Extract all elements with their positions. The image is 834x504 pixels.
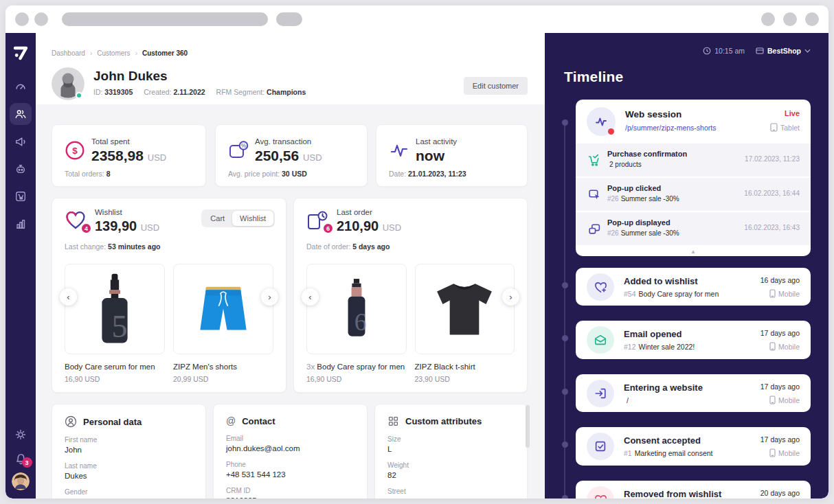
megaphone-icon [14, 135, 27, 148]
web-session-pulse-icon [587, 107, 616, 136]
sidebar-item-analytics[interactable] [10, 213, 32, 235]
breadcrumb-separator: › [135, 49, 137, 57]
url-bar-placeholder[interactable] [62, 12, 268, 26]
sidebar-item-settings[interactable] [10, 424, 32, 446]
svg-text:5: 5 [112, 309, 128, 344]
sidebar-item-campaigns[interactable] [10, 130, 32, 152]
main-content: Dashboard › Customers › Customer 360 Joh… [36, 33, 545, 499]
carousel-next-button[interactable]: › [261, 288, 278, 306]
envelope-open-icon [587, 326, 614, 354]
web-session-event-purchase[interactable]: Purchase confirmaton 2 products 17.02.20… [576, 144, 811, 178]
wishlist-product-1[interactable]: 5 Body Care serum for men 16,90 USD [65, 264, 165, 383]
breadcrumb-customer-360: Customer 360 [142, 49, 188, 57]
at-icon: @ [226, 415, 236, 426]
person-icon [65, 415, 77, 428]
toolbar-pill[interactable] [276, 12, 302, 26]
edit-customer-button[interactable]: Edit customer [464, 77, 528, 95]
window-control-dot[interactable] [15, 12, 29, 26]
customer-created: 2.11.2022 [173, 88, 205, 96]
event-added-to-wishlist[interactable]: Added to wishlist #54Body Care spray for… [576, 268, 811, 306]
wishlist-count-badge: 4 [80, 222, 92, 234]
event-consent-accepted[interactable]: Consent accepted #1Marketing email conse… [576, 427, 811, 466]
carousel-prev-button[interactable]: ‹ [302, 288, 319, 306]
field-last-name: Last nameDukes [65, 462, 193, 480]
breadcrumb-dashboard[interactable]: Dashboard [52, 49, 85, 57]
heart-remove-icon [587, 486, 614, 499]
total-spent-label: Total spent [91, 137, 130, 146]
field-phone: Phone+48 531 544 123 [226, 461, 354, 479]
bar-chart-icon [14, 218, 27, 230]
mobile-icon [769, 448, 776, 457]
breadcrumb-customers[interactable]: Customers [97, 49, 130, 57]
timeline-dot [562, 495, 568, 499]
order-product-2[interactable]: ZIPZ Black t-shirt 23,90 USD [415, 264, 515, 383]
last-order-card: 6 Last order 210,90 USD Date of order: 5… [293, 198, 528, 393]
product-image-serum: 5 [65, 264, 165, 354]
wishlist-value: 139,90 USD [95, 218, 159, 234]
browser-action-dot[interactable] [783, 12, 797, 26]
custom-attributes-card: Custom attributes SizeL Weight82 StreetG… [374, 404, 528, 499]
field-email: Emailjohn.dukes@aol.com [226, 435, 354, 453]
window-control-dot[interactable] [34, 12, 48, 26]
timeline-title: Timeline [564, 69, 623, 85]
browser-window-icon [756, 47, 764, 55]
clock-icon [703, 47, 711, 55]
users-icon [14, 108, 27, 120]
web-session-url[interactable]: /p/summer/zipz-mens-shorts [625, 124, 716, 132]
customer-header: Dashboard › Customers › Customer 360 Joh… [36, 33, 545, 104]
timeline-panel: 10:15 am BestShop Timeline Web session /… [545, 33, 829, 499]
last-order-date: Date of order: 5 days ago [306, 242, 390, 251]
timeline-dot [562, 389, 568, 395]
sidebar-item-automation[interactable] [10, 158, 32, 180]
shop-selector[interactable]: BestShop [767, 47, 801, 55]
user-avatar[interactable] [12, 472, 30, 490]
wishlist-card: 4 Wishlist 139,90 USD Cart Wishlist Last… [52, 198, 286, 393]
carousel-prev-button[interactable]: ‹ [60, 288, 77, 306]
svg-text:6: 6 [354, 308, 366, 336]
browser-action-dot[interactable] [761, 12, 775, 26]
chevron-down-icon[interactable] [804, 49, 811, 53]
dollar-circle-icon: $ [65, 140, 85, 161]
avg-transaction-value: 250,56 USD [255, 148, 322, 164]
browser-action-dot[interactable] [805, 12, 819, 26]
product-image-shorts [173, 264, 273, 354]
contact-card: @Contact Emailjohn.dukes@aol.com Phone+4… [213, 404, 368, 499]
wishlist-product-2[interactable]: ZIPZ Men's shorts 20,99 USD [173, 264, 273, 383]
breadcrumb: Dashboard › Customers › Customer 360 [52, 49, 188, 57]
web-session-title: Web session [625, 109, 681, 119]
sidebar-item-store[interactable] [10, 185, 32, 207]
web-session-event-popup-clicked[interactable]: Pop-up clicked #26Summer sale -30% 16.02… [576, 178, 811, 212]
mobile-icon [769, 289, 776, 298]
live-badge: Live [785, 109, 800, 117]
svg-text:$: $ [72, 146, 78, 156]
heart-plus-icon [587, 273, 614, 301]
notifications-button[interactable]: 3 [14, 453, 27, 466]
order-product-1[interactable]: 6 3x Body Care spray for men 16,90 USD [306, 264, 407, 383]
field-crm-id: CRM ID3319305 [226, 487, 354, 499]
wishlist-label: Wishlist [95, 208, 122, 216]
checkbox-icon [587, 433, 614, 460]
toggle-wishlist[interactable]: Wishlist [232, 211, 273, 226]
sidebar-item-customers[interactable] [10, 103, 32, 125]
breadcrumb-separator: › [90, 49, 92, 57]
event-entering-website[interactable]: Entering a website / 17 days ago Mobile [576, 374, 811, 412]
event-email-opened[interactable]: Email opened #12Winter sale 2022! 17 day… [576, 321, 811, 359]
field-size: SizeL [387, 435, 515, 453]
scrollbar-thumb[interactable] [526, 405, 530, 448]
avg-transaction-label: Avg. transaction [255, 137, 311, 146]
web-session-event-popup-displayed[interactable]: Pop-up displayed #26Summer sale -30% 16.… [576, 212, 811, 247]
collapse-caret-icon[interactable]: ▲ [690, 249, 696, 255]
web-session-card[interactable]: Web session /p/summer/zipz-mens-shorts L… [576, 100, 811, 256]
sidebar: 3 [5, 33, 36, 499]
event-removed-from-wishlist[interactable]: Removed from wishlist 20 days ago [576, 481, 811, 499]
app-logo-icon[interactable] [12, 44, 30, 62]
carousel-next-button[interactable]: › [502, 288, 519, 306]
sidebar-item-dashboard[interactable] [10, 76, 32, 98]
toggle-cart[interactable]: Cart [203, 211, 232, 226]
personal-data-card: Personal data First nameJohn Last nameDu… [52, 404, 206, 499]
robot-icon [14, 163, 27, 175]
popup-click-icon [588, 188, 601, 201]
avg-transaction-card: % Avg. transaction 250,56 USD Avg. price… [215, 124, 368, 187]
last-order-clock-icon: 6 [306, 209, 328, 231]
online-status-dot [76, 92, 82, 99]
